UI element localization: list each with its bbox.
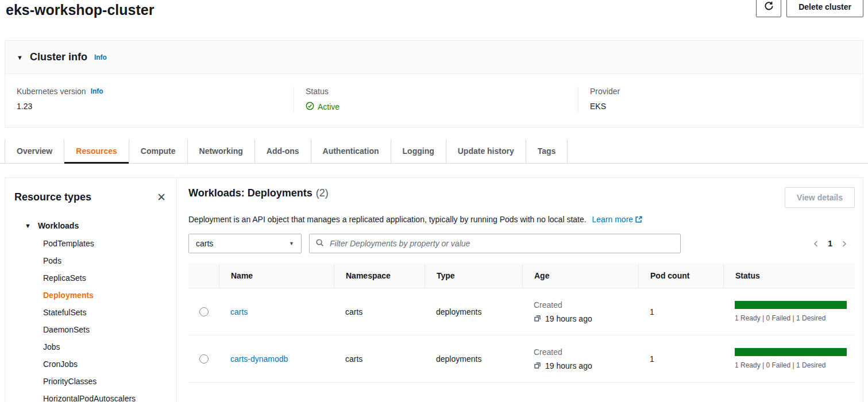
cell-type: deployments	[425, 307, 522, 316]
status-bar	[735, 348, 847, 356]
cell-namespace: carts	[334, 354, 425, 364]
sidebar-item-jobs[interactable]: Jobs	[43, 338, 167, 355]
tab-logging[interactable]: Logging	[391, 139, 446, 163]
tab-overview[interactable]: Overview	[5, 139, 64, 163]
tab-compute[interactable]: Compute	[129, 139, 187, 163]
deployments-main: Workloads: Deployments (2) View details …	[177, 178, 863, 402]
resources-panel: Resource types ✕ ▼ Workloads PodTemplate…	[5, 177, 863, 402]
sidebar-item-cronjobs[interactable]: CronJobs	[43, 355, 167, 373]
age-created-label: Created	[534, 347, 632, 357]
table-row: carts carts deployments Created 19 hours…	[188, 288, 855, 335]
sidebar-item-pods[interactable]: Pods	[43, 252, 167, 269]
column-header-type: Type	[425, 264, 522, 288]
column-header-namespace: Namespace	[334, 264, 425, 288]
status-label: Status	[306, 87, 566, 96]
provider-value: EKS	[590, 102, 851, 111]
chevron-down-icon: ▼	[289, 241, 294, 246]
workloads-group-label: Workloads	[38, 221, 79, 230]
cluster-info-title: Cluster info	[30, 51, 87, 63]
cell-namespace: carts	[334, 307, 425, 316]
row-radio-carts-dynamodb[interactable]	[199, 354, 209, 364]
resource-type-list: PodTemplates Pods ReplicaSets Deployment…	[14, 235, 167, 402]
selection-column-header	[188, 264, 219, 288]
status-text: 1 Ready | 0 Failed | 1 Desired	[735, 361, 847, 369]
age-value-text: 19 hours ago	[545, 314, 592, 323]
tab-resources[interactable]: Resources	[64, 139, 129, 163]
age-created-label: Created	[534, 300, 632, 310]
pagination: 1	[812, 239, 855, 248]
collapse-caret-icon: ▼	[17, 54, 23, 61]
status-bar	[735, 301, 847, 309]
tab-add-ons[interactable]: Add-ons	[254, 139, 311, 163]
external-link-icon	[635, 216, 643, 225]
filter-search-box	[309, 234, 681, 253]
page-title: eks-workshop-cluster	[6, 2, 154, 18]
status-field: Status Active	[294, 87, 578, 112]
cluster-info-card: ▼ Cluster info Info Kubernetes version I…	[5, 40, 863, 127]
deployment-link-carts[interactable]: carts	[230, 307, 248, 316]
close-icon[interactable]: ✕	[156, 191, 167, 204]
column-header-pod-count: Pod count	[638, 264, 723, 288]
kubernetes-version-label: Kubernetes version	[17, 87, 86, 96]
status-value: Active	[318, 102, 340, 111]
cell-pod-count: 1	[638, 307, 723, 316]
deployments-title: Workloads: Deployments	[188, 187, 313, 199]
group-caret-icon: ▼	[25, 222, 31, 229]
provider-label: Provider	[590, 87, 851, 96]
column-header-age: Age	[522, 264, 638, 288]
namespace-select-value: carts	[196, 239, 213, 248]
refresh-icon	[764, 1, 774, 13]
copy-icon[interactable]	[534, 362, 541, 369]
kubernetes-version-field: Kubernetes version Info 1.23	[5, 87, 294, 112]
provider-field: Provider EKS	[578, 87, 863, 112]
sidebar-item-podtemplates[interactable]: PodTemplates	[43, 235, 167, 252]
cluster-info-info-link[interactable]: Info	[94, 53, 107, 61]
check-circle-icon	[306, 102, 314, 112]
status-text: 1 Ready | 0 Failed | 1 Desired	[735, 314, 847, 322]
kubernetes-version-info-link[interactable]: Info	[91, 87, 103, 95]
page-header: eks-workshop-cluster Delete cluster	[0, 0, 868, 23]
next-page-icon[interactable]	[840, 240, 848, 248]
sidebar-item-deployments[interactable]: Deployments	[43, 287, 167, 304]
cell-age: Created 19 hours ago	[522, 347, 638, 370]
table-header-row: Name Namespace Type Age Pod count Status	[188, 264, 855, 288]
workloads-group-toggle[interactable]: ▼ Workloads	[25, 221, 167, 230]
resource-types-title: Resource types	[14, 191, 91, 203]
copy-icon[interactable]	[534, 315, 541, 322]
column-header-name: Name	[219, 264, 334, 288]
table-row: carts-dynamodb carts deployments Created…	[188, 335, 855, 382]
search-icon	[315, 238, 324, 249]
cell-pod-count: 1	[638, 354, 723, 364]
deployments-table: Name Namespace Type Age Pod count Status…	[188, 264, 855, 382]
cell-status: 1 Ready | 0 Failed | 1 Desired	[723, 348, 855, 369]
namespace-select[interactable]: carts ▼	[188, 234, 302, 253]
view-details-button[interactable]: View details	[785, 187, 855, 208]
tab-tags[interactable]: Tags	[526, 139, 568, 163]
refresh-button[interactable]	[756, 0, 781, 17]
cluster-info-body: Kubernetes version Info 1.23 Status Acti…	[5, 74, 863, 127]
cell-type: deployments	[425, 354, 522, 364]
cluster-tabs: Overview Resources Compute Networking Ad…	[0, 139, 868, 164]
tab-networking[interactable]: Networking	[187, 139, 254, 163]
cell-status: 1 Ready | 0 Failed | 1 Desired	[723, 301, 855, 322]
header-actions: Delete cluster	[756, 0, 863, 17]
prev-page-icon[interactable]	[812, 240, 820, 248]
column-header-status: Status	[723, 264, 855, 288]
resource-types-sidebar: Resource types ✕ ▼ Workloads PodTemplate…	[5, 178, 177, 402]
filter-search-input[interactable]	[329, 238, 674, 249]
cluster-info-header[interactable]: ▼ Cluster info Info	[5, 41, 863, 74]
sidebar-item-horizontalpodautoscalers[interactable]: HorizontalPodAutoscalers	[43, 390, 167, 402]
status-badge: Active	[306, 102, 340, 112]
sidebar-item-statefulsets[interactable]: StatefulSets	[43, 304, 167, 321]
sidebar-item-replicasets[interactable]: ReplicaSets	[43, 269, 167, 287]
row-radio-carts[interactable]	[199, 307, 209, 316]
tab-authentication[interactable]: Authentication	[311, 139, 391, 163]
learn-more-link[interactable]: Learn more	[592, 215, 634, 224]
delete-cluster-button[interactable]: Delete cluster	[786, 0, 863, 17]
sidebar-item-daemonsets[interactable]: DaemonSets	[43, 321, 167, 338]
deployment-link-carts-dynamodb[interactable]: carts-dynamodb	[230, 354, 288, 364]
current-page[interactable]: 1	[828, 239, 832, 248]
sidebar-item-priorityclasses[interactable]: PriorityClasses	[43, 373, 167, 390]
deployments-count: (2)	[316, 187, 329, 199]
tab-update-history[interactable]: Update history	[446, 139, 526, 163]
